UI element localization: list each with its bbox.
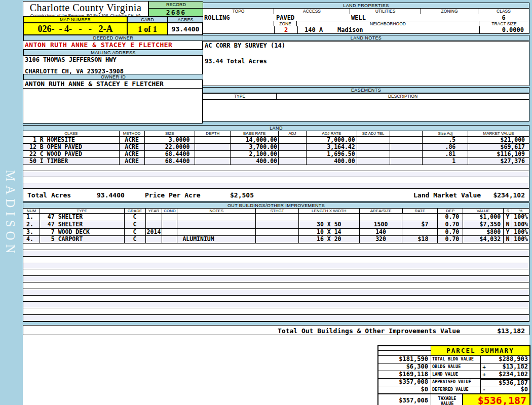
cell: N xyxy=(504,236,512,243)
easement-description-label: DESCRIPTION xyxy=(277,94,529,99)
table-header-row: CLASSMETHODSIZEDEPTHBASE RATEADJADJ RATE… xyxy=(23,131,529,137)
cell: 1 xyxy=(423,158,468,165)
price-per-acre-label: Price Per Acre xyxy=(145,191,201,199)
cell xyxy=(256,221,299,228)
cell xyxy=(195,137,231,143)
column-header: BASE RATE xyxy=(231,131,279,136)
column-header: RATE xyxy=(403,209,438,213)
column-header: ADJ xyxy=(279,131,307,136)
summary-value: $288,903 xyxy=(487,356,529,363)
table-row: 22 C WOOD PAVEDACRE68.44002,100.001,696.… xyxy=(23,151,529,158)
cell: 3,164.42 xyxy=(307,144,357,150)
cell: N xyxy=(504,221,512,228)
summary-operator: - xyxy=(481,386,487,393)
cell: 100% xyxy=(512,214,529,221)
cell: ACRE xyxy=(120,137,145,143)
cell xyxy=(357,137,390,143)
county-title-box: Charlotte County Virginia Commissioner o… xyxy=(23,2,148,16)
access-value: PAVED xyxy=(276,14,294,21)
cell xyxy=(162,221,177,228)
summary-label: OBLDG VALUE xyxy=(431,363,481,371)
land-table-band: LAND xyxy=(23,125,529,131)
class-label: CLASS xyxy=(478,9,529,14)
column-header: SZ ADJ TBL xyxy=(357,131,390,136)
card-label: CARD xyxy=(127,16,168,23)
zone-divider2 xyxy=(297,26,298,34)
cell: $21,000 xyxy=(468,137,529,143)
empty-row xyxy=(23,177,529,183)
owner-id-value: ANTON RUTH ANNE & STACEY E FLETCHER xyxy=(23,80,203,89)
taxable-value: $536,187 xyxy=(463,394,529,405)
utilities-label: UTILITIES xyxy=(350,9,421,14)
cell xyxy=(146,221,163,228)
empty-row xyxy=(23,165,529,171)
cell xyxy=(195,158,231,165)
cell xyxy=(402,214,438,221)
cell xyxy=(360,214,403,221)
column-header: AREA/SIZE xyxy=(360,209,403,213)
column-header: LENGTH X WIDTH xyxy=(299,209,360,213)
parcel-summary-row: $357,008APPRAISED VALUE$536,187 xyxy=(378,379,529,386)
cell xyxy=(177,221,256,228)
table-row: 4. 5 CARPORTCALUMINIUM16 X 20320$180.70$… xyxy=(23,236,529,244)
out-buildings-total-label: Total Out Buildings & Other Improvements… xyxy=(278,327,460,335)
cell: $800 xyxy=(463,229,504,236)
land-notes-band: LAND NOTES xyxy=(203,35,529,41)
cell: C xyxy=(125,236,146,243)
cell: 0.70 xyxy=(438,229,463,236)
column-header: NOTES xyxy=(177,209,256,213)
mailing-address-line1: 3106 THOMAS JEFFERSON HWY xyxy=(25,56,117,63)
cell: .5 xyxy=(423,137,468,143)
table-row: 3. 7 WOOD DECKC201410 X 141400.70$800Y10… xyxy=(23,229,529,236)
cell: C xyxy=(125,221,146,228)
out-buildings-total-row: Total Out Buildings & Other Improvements… xyxy=(23,325,529,335)
empty-row xyxy=(23,282,529,289)
table-row: 1. 47 SHELTERC0.70$1,000Y100% xyxy=(23,214,529,221)
empty-row xyxy=(23,269,529,276)
record-label: RECORD xyxy=(148,2,203,9)
cell: Y xyxy=(504,229,512,236)
cell: ACRE xyxy=(120,158,145,165)
empty-row xyxy=(23,263,529,270)
table-row: 50 I TIMBERACRE68.4400400.00400.001$27,3… xyxy=(23,158,529,165)
column-header: TYPE xyxy=(40,209,125,213)
deeded-owner-band: DEEDED OWNER xyxy=(23,35,203,41)
column-header: COND xyxy=(162,209,177,213)
cell: 400.00 xyxy=(231,158,279,165)
cell xyxy=(177,214,256,221)
cell: 5 CARPORT xyxy=(40,236,125,243)
easements-box: TYPE DESCRIPTION xyxy=(203,93,529,122)
card-value: 1 of 1 xyxy=(127,23,168,35)
cell xyxy=(279,144,307,150)
cell: $4,032 xyxy=(463,236,504,243)
summary-left-value: $357,008 xyxy=(378,379,431,386)
land-notes-box: AC CORR BY SURVEY (14) 93.44 Total Acres xyxy=(203,41,529,86)
land-note-line2: 93.44 Total Acres xyxy=(203,49,529,65)
cell xyxy=(256,236,299,243)
zone-neighborhood-headers: ZONE NEIGHBORHOOD TRACT SIZE xyxy=(203,21,529,26)
parcel-summary-body: $181,590TOTAL BLDG VALUE$288,903$6,300OB… xyxy=(378,356,529,394)
map-number-value: 026- - 4- - - 2-A xyxy=(23,23,127,35)
cell xyxy=(162,236,177,243)
cell: 1. xyxy=(23,214,40,221)
cell: 14,000.00 xyxy=(231,137,279,143)
cell: 16 X 20 xyxy=(299,236,360,243)
cell: 68.4400 xyxy=(145,151,196,157)
cell: Y xyxy=(504,214,512,221)
zone-value: 2 xyxy=(275,26,297,34)
cell xyxy=(279,151,307,157)
summary-label: DEFERRED VALUE xyxy=(431,386,481,393)
topo-label: TOPO xyxy=(203,9,274,14)
cell xyxy=(390,144,423,150)
cell: 0.70 xyxy=(438,236,463,243)
access-label: ACCESS xyxy=(274,9,350,14)
cell: C xyxy=(125,214,146,221)
land-totals-row: Total Acres 93.4400 Price Per Acre $2,50… xyxy=(23,188,529,201)
cell xyxy=(357,151,390,157)
tract-size-label: TRACT SIZE xyxy=(479,21,529,26)
cell: 10 X 14 xyxy=(299,229,360,236)
summary-left-value: $6,300 xyxy=(378,363,431,371)
cell: $7 xyxy=(402,221,438,228)
neighborhood-label: NEIGHBORHOOD xyxy=(297,21,479,26)
land-properties-band: LAND PROPERTIES xyxy=(203,3,529,9)
